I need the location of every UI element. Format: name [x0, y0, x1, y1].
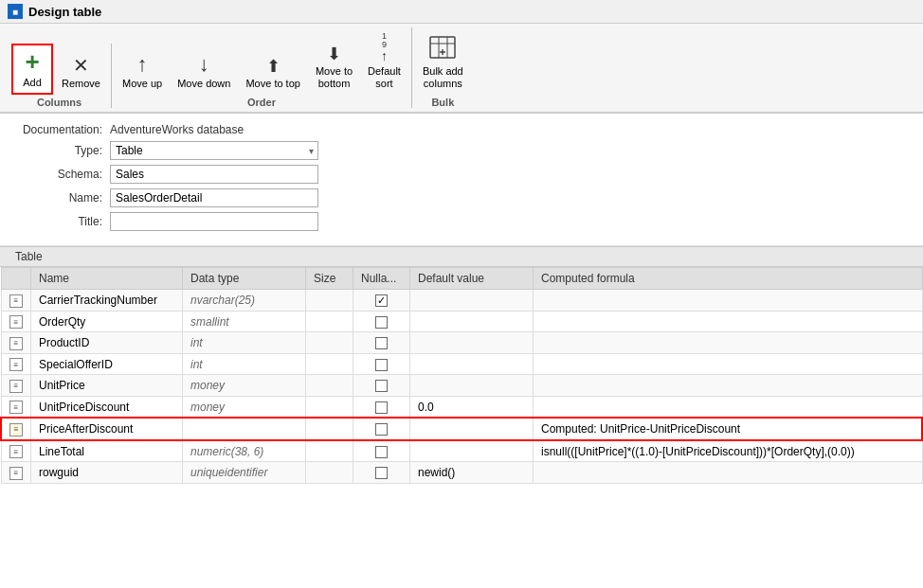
nullable-checkbox[interactable]: [375, 294, 388, 307]
add-button[interactable]: + Add: [11, 44, 53, 95]
row-name[interactable]: SpecialOfferID: [31, 353, 183, 375]
row-size[interactable]: [306, 332, 353, 354]
row-datatype[interactable]: int: [183, 353, 306, 375]
remove-button[interactable]: ✕ Remove: [55, 51, 107, 95]
table-row[interactable]: ≡PriceAfterDiscountComputed: UnitPrice-U…: [1, 418, 922, 440]
row-size[interactable]: [306, 311, 353, 332]
row-nullable[interactable]: [353, 462, 410, 484]
bulk-add-columns-button[interactable]: Bulk addcolumns: [416, 31, 470, 95]
form-row-title: Title:: [15, 212, 908, 231]
row-computedformula[interactable]: isnull(([UnitPrice]*((1.0)-[UnitPriceDis…: [534, 440, 923, 462]
nullable-checkbox[interactable]: [375, 359, 388, 371]
move-down-button[interactable]: ↓ Move down: [171, 49, 237, 95]
table-row[interactable]: ≡UnitPricemoney: [1, 375, 922, 397]
title-label: Title:: [15, 215, 110, 228]
table-row[interactable]: ≡OrderQtysmallint: [1, 311, 922, 332]
row-datatype[interactable]: money: [183, 396, 306, 418]
row-computedformula[interactable]: Computed: UnitPrice-UnitPriceDiscount: [534, 418, 923, 440]
schema-input[interactable]: [110, 165, 318, 184]
row-datatype[interactable]: [183, 418, 306, 440]
row-nullable[interactable]: [353, 396, 410, 418]
row-name[interactable]: UnitPriceDiscount: [31, 396, 183, 418]
row-computedformula[interactable]: [534, 290, 923, 312]
row-size[interactable]: [306, 462, 353, 484]
nullable-checkbox[interactable]: [375, 446, 388, 458]
row-name[interactable]: LineTotal: [31, 440, 183, 462]
col-header-size: Size: [306, 268, 353, 290]
row-nullable[interactable]: [353, 353, 410, 375]
nullable-checkbox[interactable]: [375, 401, 388, 414]
row-name[interactable]: rowguid: [31, 462, 183, 484]
row-datatype[interactable]: numeric(38, 6): [183, 440, 306, 462]
row-name[interactable]: ProductID: [31, 332, 183, 354]
table-row[interactable]: ≡rowguiduniqueidentifiernewid(): [1, 462, 922, 484]
row-datatype[interactable]: smallint: [183, 311, 306, 332]
row-size[interactable]: [306, 440, 353, 462]
row-size[interactable]: [306, 375, 353, 397]
row-datatype[interactable]: nvarchar(25): [183, 290, 306, 312]
row-nullable[interactable]: [353, 440, 410, 462]
row-datatype[interactable]: money: [183, 375, 306, 397]
row-defaultvalue[interactable]: [410, 375, 534, 397]
nullable-checkbox[interactable]: [375, 467, 388, 479]
row-nullable[interactable]: [353, 332, 410, 354]
row-nullable[interactable]: [353, 290, 410, 312]
col-header-computedformula: Computed formula: [534, 268, 923, 290]
row-computedformula[interactable]: [534, 332, 923, 354]
title-bar-text: Design table: [28, 5, 101, 19]
row-computedformula[interactable]: [534, 396, 923, 418]
move-to-top-button[interactable]: ⬆ Move to top: [239, 53, 306, 95]
col-header-defaultvalue: Default value: [410, 268, 534, 290]
move-up-button[interactable]: ↑ Move up: [116, 49, 169, 95]
row-icon: ≡: [9, 380, 23, 393]
row-size[interactable]: [306, 418, 353, 440]
row-name[interactable]: CarrierTrackingNumber: [31, 290, 183, 312]
table-row[interactable]: ≡UnitPriceDiscountmoney0.0: [1, 396, 922, 418]
nullable-checkbox[interactable]: [375, 380, 388, 392]
row-size[interactable]: [306, 353, 353, 375]
nullable-checkbox[interactable]: [375, 423, 388, 436]
table-row[interactable]: ≡LineTotalnumeric(38, 6)isnull(([UnitPri…: [1, 440, 922, 462]
row-size[interactable]: [306, 290, 353, 312]
type-select[interactable]: Table View: [110, 141, 318, 160]
table-row[interactable]: ≡CarrierTrackingNumbernvarchar(25): [1, 290, 922, 312]
title-bar-icon: ■: [8, 4, 23, 19]
move-to-top-icon: ⬆: [266, 58, 281, 75]
default-sort-button[interactable]: 1 9 ↑ Defaultsort: [361, 27, 407, 95]
bulk-buttons: Bulk addcolumns: [416, 31, 470, 95]
bulk-add-columns-label: Bulk addcolumns: [423, 65, 463, 90]
row-computedformula[interactable]: [534, 462, 923, 484]
nullable-checkbox[interactable]: [375, 316, 388, 329]
row-size[interactable]: [306, 396, 353, 418]
row-defaultvalue[interactable]: [410, 290, 534, 312]
row-defaultvalue[interactable]: [410, 418, 534, 440]
row-icon-cell: ≡: [1, 418, 31, 440]
table-row[interactable]: ≡ProductIDint: [1, 332, 922, 354]
title-input[interactable]: [110, 212, 318, 231]
row-name[interactable]: PriceAfterDiscount: [31, 418, 183, 440]
name-input[interactable]: [110, 188, 318, 207]
table-row[interactable]: ≡SpecialOfferIDint: [1, 353, 922, 375]
row-defaultvalue[interactable]: [410, 353, 534, 375]
row-computedformula[interactable]: [534, 375, 923, 397]
row-name[interactable]: UnitPrice: [31, 375, 183, 397]
row-datatype[interactable]: uniqueidentifier: [183, 462, 306, 484]
add-icon: +: [25, 49, 39, 74]
row-defaultvalue[interactable]: 0.0: [410, 396, 534, 418]
move-to-bottom-button[interactable]: ⬇ Move tobottom: [309, 41, 359, 95]
row-nullable[interactable]: [353, 375, 410, 397]
row-computedformula[interactable]: [534, 353, 923, 375]
row-nullable[interactable]: [353, 418, 410, 440]
nullable-checkbox[interactable]: [375, 337, 388, 349]
move-down-icon: ↓: [199, 54, 209, 75]
row-datatype[interactable]: int: [183, 332, 306, 354]
row-defaultvalue[interactable]: newid(): [410, 462, 534, 484]
row-defaultvalue[interactable]: [410, 311, 534, 332]
row-nullable[interactable]: [353, 311, 410, 332]
row-defaultvalue[interactable]: [410, 332, 534, 354]
row-computedformula[interactable]: [534, 311, 923, 332]
row-name[interactable]: OrderQty: [31, 311, 183, 332]
move-up-icon: ↑: [137, 54, 148, 75]
grid-container: Name Data type Size Nulla... Default val…: [0, 267, 923, 484]
row-defaultvalue[interactable]: [410, 440, 534, 462]
